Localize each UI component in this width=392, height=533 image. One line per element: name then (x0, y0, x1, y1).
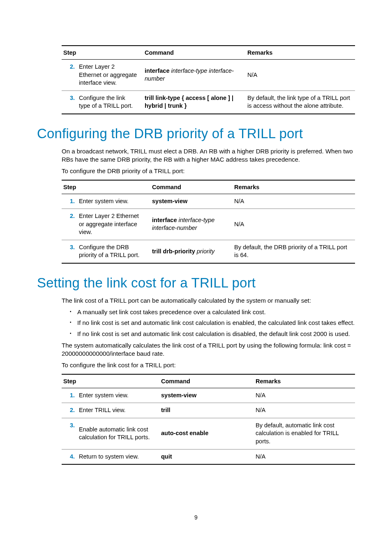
cmd-keyword: interface (152, 217, 177, 223)
step-desc: Enter Layer 2 Ethernet or aggregate inte… (77, 209, 150, 240)
step-number: 3. (62, 90, 77, 114)
list-item: If no link cost is set and automatic lin… (71, 330, 355, 338)
step-command: system-view (159, 388, 254, 403)
step-number: 2. (62, 209, 77, 240)
step-number: 3. (62, 418, 77, 449)
content-block-table1: Step Command Remarks 2. Enter Layer 2 Et… (62, 45, 355, 114)
step-command: system-view (150, 194, 233, 209)
cmd-full: trill link-type { access [ alone ] | hyb… (145, 95, 233, 109)
page-container: Step Command Remarks 2. Enter Layer 2 Et… (0, 0, 392, 533)
step-desc: Enter TRILL view. (77, 403, 159, 418)
step-remarks: By default, the link type of a TRILL por… (246, 90, 355, 114)
step-desc: Enter system view. (77, 194, 150, 209)
step-remarks: N/A (254, 449, 355, 464)
step-desc: Enable automatic link cost calculation f… (77, 418, 159, 449)
th-remarks: Remarks (254, 374, 355, 388)
table-row: 3. Enable automatic link cost calculatio… (62, 418, 355, 449)
step-remarks: N/A (246, 60, 355, 91)
step-desc: Enter system view. (77, 388, 159, 403)
table-row: 4. Return to system view. quit N/A (62, 449, 355, 464)
cmd-keyword: trill (161, 407, 171, 413)
step-number: 1. (62, 388, 77, 403)
paragraph: The link cost of a TRILL port can be aut… (62, 297, 355, 305)
step-remarks: By default, automatic link cost calculat… (254, 418, 355, 449)
table-row: 1. Enter system view. system-view N/A (62, 388, 355, 403)
content-block-drb: On a broadcast network, TRILL must elect… (62, 147, 355, 264)
th-command: Command (159, 374, 254, 388)
cmd-keyword: trill drb-priority (152, 248, 195, 255)
cmd-keyword: quit (161, 453, 172, 460)
list-item: A manually set link cost takes precedenc… (71, 308, 355, 316)
content-block-linkcost: The link cost of a TRILL port can be aut… (62, 297, 355, 465)
step-command: trill drb-priority priority (150, 240, 233, 263)
heading-drb-priority: Configuring the DRB priority of a TRILL … (37, 126, 355, 141)
step-remarks: N/A (254, 403, 355, 418)
step-number: 2. (62, 60, 77, 91)
step-command: auto-cost enable (159, 418, 254, 449)
step-number: 1. (62, 194, 77, 209)
th-step: Step (62, 46, 143, 60)
step-desc: Configure the link type of a TRILL port. (77, 90, 143, 114)
th-remarks: Remarks (246, 46, 355, 60)
step-command: interface interface-type interface-numbe… (143, 60, 246, 91)
th-step: Step (62, 180, 150, 194)
step-command: trill link-type { access [ alone ] | hyb… (143, 90, 246, 114)
cmd-keyword: auto-cost enable (161, 430, 208, 436)
step-remarks: N/A (233, 209, 355, 240)
page-number: 9 (0, 514, 392, 521)
step-desc: Configure the DRB priority of a TRILL po… (77, 240, 150, 263)
step-remarks: N/A (254, 388, 355, 403)
paragraph: To configure the DRB priority of a TRILL… (62, 167, 355, 175)
step-desc: Enter Layer 2 Ethernet or aggregate inte… (77, 60, 143, 91)
table-row: 1. Enter system view. system-view N/A (62, 194, 355, 209)
step-number: 2. (62, 403, 77, 418)
heading-link-cost: Setting the link cost for a TRILL port (37, 275, 355, 291)
paragraph: On a broadcast network, TRILL must elect… (62, 147, 355, 164)
cmd-args: priority (197, 248, 215, 255)
paragraph: To configure the link cost for a TRILL p… (62, 361, 355, 369)
table-drb-priority: Step Command Remarks 1. Enter system vie… (62, 180, 355, 264)
cmd-keyword: system-view (152, 198, 187, 204)
table-row: 2. Enter Layer 2 Ethernet or aggregate i… (62, 60, 355, 91)
step-command: trill (159, 403, 254, 418)
table-row: 2. Enter Layer 2 Ethernet or aggregate i… (62, 209, 355, 240)
th-command: Command (143, 46, 246, 60)
step-number: 3. (62, 240, 77, 263)
step-command: quit (159, 449, 254, 464)
step-desc: Return to system view. (77, 449, 159, 464)
paragraph: The system automatically calculates the … (62, 341, 355, 358)
th-remarks: Remarks (233, 180, 355, 194)
step-remarks: By default, the DRB priority of a TRILL … (233, 240, 355, 263)
step-number: 4. (62, 449, 77, 464)
cmd-keyword: system-view (161, 392, 196, 399)
step-command: interface interface-type interface-numbe… (150, 209, 233, 240)
table-row: 3. Configure the DRB priority of a TRILL… (62, 240, 355, 263)
table-link-cost: Step Command Remarks 1. Enter system vie… (62, 374, 355, 465)
th-step: Step (62, 374, 159, 388)
table-link-type: Step Command Remarks 2. Enter Layer 2 Et… (62, 45, 355, 114)
table-row: 2. Enter TRILL view. trill N/A (62, 403, 355, 418)
list-item: If no link cost is set and automatic lin… (71, 319, 355, 327)
bullet-list: A manually set link cost takes precedenc… (62, 308, 355, 338)
step-remarks: N/A (233, 194, 355, 209)
th-command: Command (150, 180, 233, 194)
cmd-keyword: interface (145, 67, 169, 74)
table-row: 3. Configure the link type of a TRILL po… (62, 90, 355, 114)
